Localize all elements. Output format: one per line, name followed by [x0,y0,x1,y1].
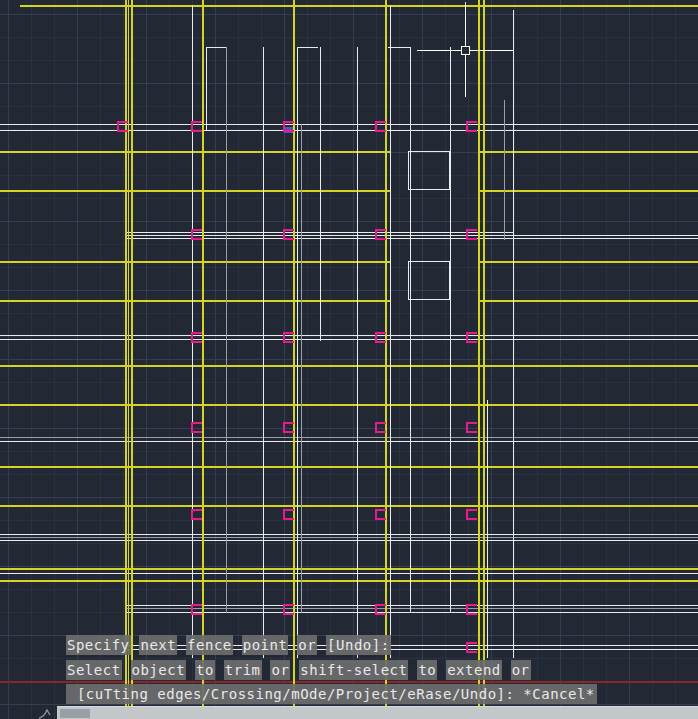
command-text: extend [446,660,502,680]
command-text: object [131,660,187,680]
command-input[interactable] [57,706,698,719]
command-text-gap [122,660,131,680]
command-text: fence [186,635,233,655]
command-text: or [270,660,290,680]
drawing-canvas[interactable]: Specify next fence point or [Undo]:Selec… [0,0,698,719]
command-text: or [297,635,317,655]
command-input-highlight [60,709,90,718]
command-text-gap [437,660,446,680]
command-text: next [139,635,177,655]
command-text: point [242,635,289,655]
command-history-line-3: [cuTting edges/Crossing/mOde/Project/eRa… [66,685,597,703]
command-text-gap [177,635,186,655]
command-history-overlay: Specify next fence point or [Undo]:Selec… [0,0,698,719]
command-text-gap [317,635,326,655]
command-history-line-2: Select object to trim or shift-select to… [66,661,531,679]
command-text: [Undo]: [326,635,391,655]
command-text: to [417,660,437,680]
command-text-gap [502,660,511,680]
command-history-line-1: Specify next fence point or [Undo]: [66,636,391,654]
command-text-gap [186,660,195,680]
command-text: shift-select [299,660,408,680]
command-text-gap [215,660,224,680]
command-text-gap [290,660,299,680]
command-text: Specify [66,635,131,655]
command-text: Select [66,660,122,680]
command-text-gap [233,635,242,655]
command-text: trim [224,660,262,680]
command-text-gap [288,635,297,655]
command-text: or [511,660,531,680]
command-bar [0,705,698,719]
command-cursor-icon [36,705,56,719]
command-text: [cuTting edges/Crossing/mOde/Project/eRa… [66,684,597,704]
command-text: to [195,660,215,680]
